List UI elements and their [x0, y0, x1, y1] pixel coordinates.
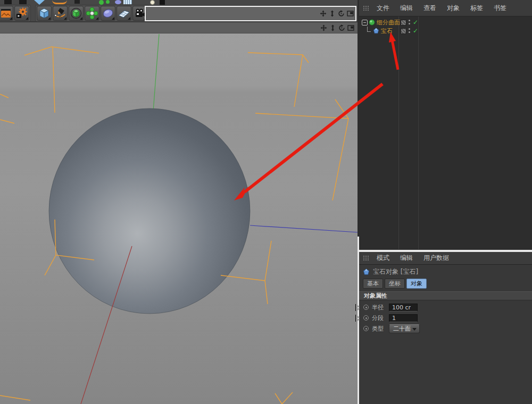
attribute-manager-menubar: 模式 编辑 用户数据	[359, 252, 532, 265]
property-label: 分段	[372, 314, 386, 322]
clipped-icon	[19, 0, 27, 4]
tab-basic[interactable]: 基本	[363, 279, 383, 289]
render-settings-button[interactable]	[14, 6, 29, 21]
pen-icon	[54, 7, 66, 20]
object-row-gem[interactable]: 宝石 ✓	[359, 27, 532, 35]
object-creation-group	[35, 5, 149, 22]
panel-grip-icon[interactable]	[363, 5, 370, 11]
type-dropdown[interactable]: 二十面	[389, 324, 420, 333]
attribute-object-header: 宝石对象 [宝石]	[359, 266, 532, 277]
om-menu-file[interactable]: 文件	[372, 3, 394, 14]
cinema4d-window: 文件 编辑 查看 对象 标签 书签 细分曲面 ✓	[0, 0, 532, 404]
clipped-grid-icon	[123, 0, 132, 4]
segments-stepper[interactable]	[355, 315, 360, 322]
deformer-button[interactable]	[85, 6, 99, 21]
clipped-icon	[74, 0, 80, 4]
layer-tag-icon[interactable]	[401, 28, 406, 34]
property-row-type: 类型 二十面	[359, 323, 532, 334]
right-panel: 文件 编辑 查看 对象 标签 书签 细分曲面 ✓	[359, 0, 532, 404]
clipped-green-icon	[106, 0, 110, 4]
3d-viewport[interactable]	[0, 33, 358, 404]
om-menu-view[interactable]: 查看	[419, 3, 441, 14]
am-menu-userdata[interactable]: 用户数据	[419, 252, 454, 264]
hierarchy-connector	[367, 27, 371, 32]
pan-view-icon[interactable]	[320, 10, 327, 17]
gem-object-icon	[363, 268, 370, 275]
radius-input[interactable]	[389, 304, 418, 312]
clipped-purple-icon	[115, 0, 121, 4]
ellipsoid-icon	[102, 7, 114, 20]
am-menu-edit[interactable]: 编辑	[395, 252, 418, 264]
rotate-view-icon[interactable]	[338, 24, 345, 31]
object-name[interactable]: 宝石	[381, 27, 393, 35]
clipped-green-icon	[99, 0, 104, 5]
om-column-separator	[398, 16, 399, 249]
property-row-segments: 分段	[359, 313, 532, 323]
attribute-object-title: 宝石对象 [宝石]	[373, 267, 418, 276]
floor-grid-icon	[118, 7, 130, 20]
floor-environment-button[interactable]	[117, 6, 131, 21]
toggle-view-icon[interactable]	[347, 10, 354, 17]
dolly-view-icon[interactable]	[329, 24, 336, 31]
cube-icon	[38, 7, 51, 20]
keyframe-dot-icon[interactable]	[363, 326, 369, 331]
subdivision-surface-button[interactable]	[69, 6, 84, 21]
subdivision-cube-icon	[70, 7, 82, 20]
add-cube-button[interactable]	[37, 6, 52, 21]
perspective-view-titlebar[interactable]	[0, 21, 358, 33]
object-properties-section-header: 对象属性	[359, 291, 532, 300]
render-settings-gear-icon	[15, 7, 28, 20]
property-label: 半径	[372, 304, 386, 312]
viewport-scene	[0, 33, 358, 404]
toggle-view-icon[interactable]	[347, 24, 354, 31]
pan-view-icon[interactable]	[320, 24, 327, 31]
clipped-icon	[160, 0, 165, 5]
render-view-button[interactable]	[0, 6, 13, 21]
gem-sphere-object	[49, 108, 250, 314]
clipped-arc-icon	[52, 0, 67, 4]
dolly-view-icon[interactable]	[329, 10, 336, 17]
clipped-icon	[4, 0, 12, 4]
keyframe-dot-icon[interactable]	[363, 315, 369, 321]
object-name[interactable]: 细分曲面	[377, 19, 400, 27]
visibility-dots-icon[interactable]	[409, 19, 411, 26]
render-view-icon	[0, 7, 12, 20]
om-column-separator	[418, 16, 419, 249]
toolbar-tiles	[0, 5, 149, 22]
spline-pen-button[interactable]	[53, 6, 68, 21]
tab-object[interactable]: 对象	[406, 279, 427, 289]
radius-stepper[interactable]	[355, 304, 360, 311]
simulation-object-button[interactable]	[101, 6, 115, 21]
attribute-manager: 模式 编辑 用户数据 宝石对象 [宝石] 基本 坐标 对象 对象属性 半径	[359, 252, 532, 404]
rotate-view-icon[interactable]	[338, 10, 345, 17]
object-manager-menubar: 文件 编辑 查看 对象 标签 书签	[359, 0, 532, 16]
y-axis-line	[153, 34, 159, 111]
keyframe-dot-icon[interactable]	[363, 305, 369, 310]
om-menu-tags[interactable]: 标签	[466, 3, 488, 14]
property-row-radius: 半径	[359, 302, 532, 313]
render-button-group	[0, 5, 31, 22]
expand-toggle-icon[interactable]	[362, 20, 368, 26]
om-menu-bookmarks[interactable]: 书签	[489, 3, 511, 14]
enabled-check-icon[interactable]: ✓	[413, 28, 418, 34]
subdivision-surface-icon	[369, 19, 375, 26]
clipped-upper-toolbar-row	[0, 0, 358, 5]
object-row-subdivision-surface[interactable]: 细分曲面 ✓	[359, 18, 532, 27]
enabled-check-icon[interactable]: ✓	[413, 19, 418, 26]
panel-grip-icon[interactable]	[363, 255, 370, 261]
visibility-dots-icon[interactable]	[409, 28, 411, 34]
om-menu-objects[interactable]: 对象	[442, 3, 464, 14]
om-menu-edit[interactable]: 编辑	[395, 3, 418, 14]
chevron-down-icon	[412, 328, 417, 331]
am-menu-mode[interactable]: 模式	[372, 252, 394, 264]
object-tree[interactable]: 细分曲面 ✓ 宝石 ✓	[359, 16, 532, 249]
segments-input[interactable]	[389, 314, 418, 322]
deformer-flower-icon	[86, 7, 98, 20]
gem-object-icon	[373, 28, 379, 34]
clipped-pyramid-icon	[34, 0, 45, 5]
viewport-group-titlebar[interactable]	[145, 6, 356, 21]
tab-coordinates[interactable]: 坐标	[385, 279, 405, 289]
property-label: 类型	[372, 325, 386, 333]
attribute-tabs: 基本 坐标 对象	[359, 279, 532, 289]
layer-tag-icon[interactable]	[401, 20, 406, 26]
